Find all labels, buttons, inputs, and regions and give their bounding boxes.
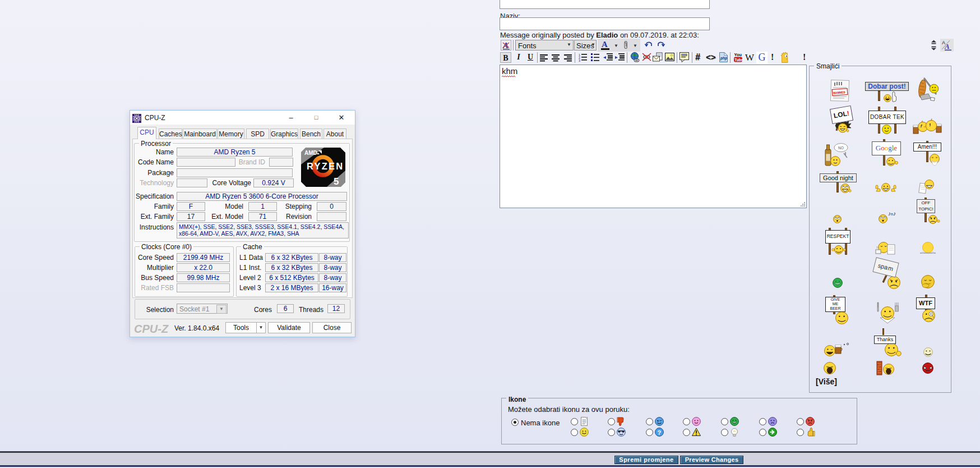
svg-text:A: A — [602, 40, 608, 49]
svg-text:You: You — [734, 52, 742, 57]
svg-text:NO: NO — [838, 146, 844, 150]
svg-text:AMD: AMD — [304, 150, 317, 156]
svg-text:3: 3 — [579, 59, 580, 62]
svg-text:RYZEN: RYZEN — [307, 161, 344, 171]
svg-text:5: 5 — [334, 176, 339, 187]
svg-text:?: ? — [658, 429, 662, 436]
svg-text:php: php — [720, 56, 727, 61]
svg-text:A: A — [944, 42, 950, 51]
svg-text:Tube: Tube — [734, 58, 743, 62]
